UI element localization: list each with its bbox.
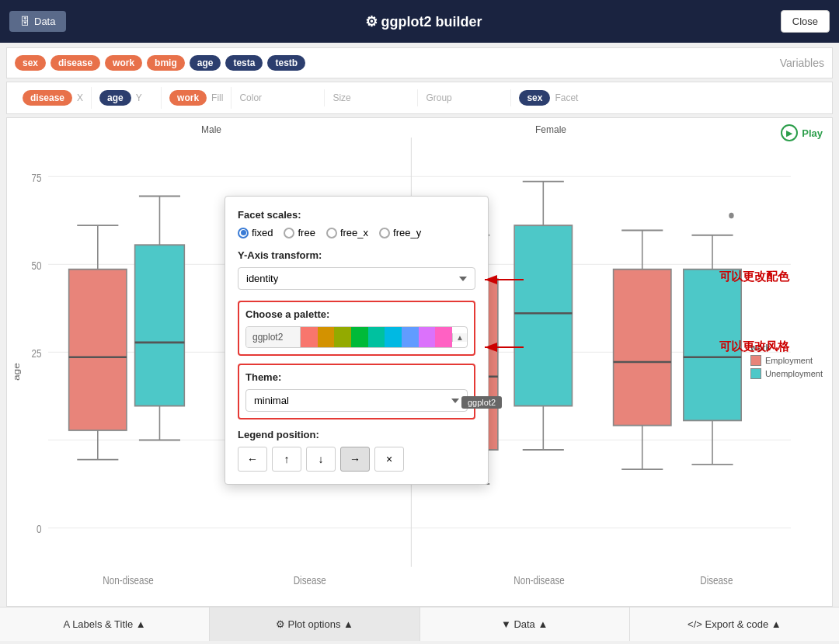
facet-axis-slot[interactable]: sex Facet xyxy=(511,87,586,109)
radio-free[interactable]: free xyxy=(284,227,315,238)
palette-name: ggplot2 xyxy=(246,327,301,347)
close-button[interactable]: Close xyxy=(781,10,830,33)
color-axis-slot[interactable]: Color xyxy=(232,89,325,106)
y-label: Y xyxy=(136,92,142,103)
swatch-7 xyxy=(402,327,419,347)
legend-pos-label: Legend position: xyxy=(238,429,475,440)
svg-text:75: 75 xyxy=(32,172,42,184)
svg-text:25: 25 xyxy=(32,347,42,360)
radio-fixed-icon xyxy=(238,228,249,238)
swatch-8 xyxy=(419,327,436,347)
size-label: Size xyxy=(332,92,350,103)
yaxis-transform-select[interactable]: identity log log2 sqrt xyxy=(238,267,475,290)
yaxis-transform-label: Y-Axis transform: xyxy=(238,249,475,261)
swatch-4 xyxy=(351,327,368,347)
swatch-5 xyxy=(368,327,385,347)
bottom-toolbar: A Labels & Title ▲ ⚙ Plot options ▲ ▼ Da… xyxy=(0,607,839,641)
facet-label: Facet xyxy=(555,92,578,103)
color-label: Color xyxy=(239,92,262,103)
swatch-2 xyxy=(318,327,335,347)
svg-text:Disease: Disease xyxy=(294,574,326,587)
tag-testa[interactable]: testa xyxy=(225,55,263,71)
fill-axis-slot[interactable]: work Fill xyxy=(162,87,232,109)
palette-tooltip: ggplot2 xyxy=(461,396,502,409)
labels-title-btn[interactable]: A Labels & Title ▲ xyxy=(0,607,210,641)
tag-sex[interactable]: sex xyxy=(15,55,46,71)
theme-label: Theme: xyxy=(245,371,468,383)
tag-disease[interactable]: disease xyxy=(50,55,100,71)
group-label: Group xyxy=(426,92,451,103)
group-axis-slot[interactable]: Group xyxy=(418,89,511,106)
facet-scales-label: Facet scales: xyxy=(238,209,475,221)
theme-select[interactable]: minimal classic bw light dark xyxy=(245,389,468,412)
fill-label: Fill xyxy=(211,92,223,103)
legend-top-btn[interactable]: ↑ xyxy=(272,447,301,472)
anno-palette-text: 可以更改配色 xyxy=(719,270,789,284)
variables-label: Variables xyxy=(780,57,824,69)
palette-section: Choose a palette: ggplot2 ▲ xyxy=(238,301,475,356)
palette-scroll-btn[interactable]: ▲ xyxy=(452,333,467,342)
radio-fixed[interactable]: fixed xyxy=(238,227,273,238)
legend-unemployment-color xyxy=(750,368,761,379)
svg-text:age: age xyxy=(11,363,22,381)
legend-employment-color xyxy=(750,355,761,366)
main-plot-area: ▶ Play Male Female 75 50 25 0 xyxy=(6,117,833,607)
tag-testb[interactable]: testb xyxy=(267,55,305,71)
radio-free-icon xyxy=(284,228,294,238)
legend-pos-buttons: ← ↑ ↓ → × xyxy=(238,447,475,472)
svg-rect-53 xyxy=(614,270,671,426)
export-code-btn[interactable]: </> Export & code ▲ xyxy=(630,607,839,641)
plot-options-btn[interactable]: ⚙ Plot options ▲ xyxy=(210,607,420,641)
palette-label: Choose a palette: xyxy=(245,308,468,320)
facet-scales-group: fixed free free_x free_y xyxy=(238,227,475,238)
svg-rect-47 xyxy=(514,225,572,406)
radio-free-x-icon xyxy=(326,228,337,238)
radio-free-y[interactable]: free_y xyxy=(379,227,421,238)
svg-rect-20 xyxy=(135,245,185,406)
fill-tag[interactable]: work xyxy=(169,90,207,106)
variable-tags: sex disease work bmig age testa testb xyxy=(15,55,305,71)
svg-text:Non-disease: Non-disease xyxy=(103,574,154,587)
legend-left-btn[interactable]: ← xyxy=(238,447,267,472)
tag-work[interactable]: work xyxy=(105,55,142,71)
swatch-6 xyxy=(385,327,402,347)
svg-text:Non-disease: Non-disease xyxy=(513,574,565,587)
options-panel: Facet scales: fixed free free_x free_y xyxy=(225,196,489,485)
facet-tag[interactable]: sex xyxy=(519,90,550,106)
x-label: X xyxy=(77,92,83,103)
legend-bottom-btn[interactable]: ↓ xyxy=(306,447,336,472)
tag-bmig[interactable]: bmig xyxy=(147,55,185,71)
legend-employment: Employment xyxy=(750,355,823,366)
variables-bar: sex disease work bmig age testa testb Va… xyxy=(6,47,833,78)
data-filter-btn[interactable]: ▼ Data ▲ xyxy=(420,607,630,641)
y-axis-slot[interactable]: age Y xyxy=(92,87,162,109)
swatch-3 xyxy=(334,327,351,347)
data-button[interactable]: 🗄 Data xyxy=(9,11,66,32)
radio-free-y-icon xyxy=(379,228,390,238)
svg-text:0: 0 xyxy=(37,523,41,535)
palette-colors xyxy=(301,327,452,347)
legend-unemployment: Unemployment xyxy=(750,368,823,379)
x-axis-slot[interactable]: disease X xyxy=(15,87,92,109)
legend-right-btn[interactable]: → xyxy=(340,447,370,472)
plot-area: ▶ Play Male Female 75 50 25 0 xyxy=(7,118,832,606)
x-tag[interactable]: disease xyxy=(23,90,72,106)
legend-none-btn[interactable]: × xyxy=(374,447,404,472)
palette-bar[interactable]: ggplot2 ▲ xyxy=(245,326,468,348)
svg-point-61 xyxy=(729,213,733,219)
theme-section: Theme: minimal classic bw light dark xyxy=(238,364,475,419)
radio-free-x[interactable]: free_x xyxy=(326,227,368,238)
axis-bar: disease X age Y work Fill Color Size Gro… xyxy=(6,82,833,114)
app-title: ⚙ ggplot2 builder xyxy=(66,13,780,30)
anno-theme-text: 可以更改风格 xyxy=(719,339,789,354)
topbar: 🗄 Data ⚙ ggplot2 builder Close xyxy=(0,0,839,43)
tag-age[interactable]: age xyxy=(190,55,221,71)
swatch-1 xyxy=(301,327,318,347)
y-tag[interactable]: age xyxy=(99,90,131,106)
size-axis-slot[interactable]: Size xyxy=(325,89,418,106)
svg-rect-14 xyxy=(69,270,127,430)
svg-text:Disease: Disease xyxy=(700,574,733,587)
svg-text:50: 50 xyxy=(32,259,42,272)
database-icon: 🗄 xyxy=(20,16,30,27)
swatch-9 xyxy=(435,327,452,347)
